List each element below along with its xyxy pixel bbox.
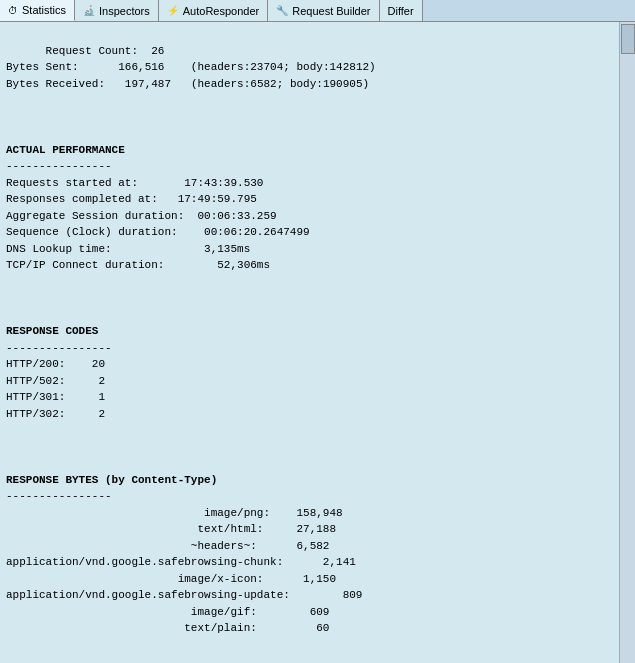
code-302: HTTP/302: 2 bbox=[6, 408, 105, 420]
stats-block: Request Count: 26 Bytes Sent: 166,516 (h… bbox=[6, 26, 613, 125]
tab-bar: ⏱ Statistics 🔬 Inspectors ⚡ AutoResponde… bbox=[0, 0, 635, 22]
code-502: HTTP/502: 2 bbox=[6, 375, 105, 387]
bytes-plain: text/plain: 60 bbox=[6, 622, 329, 634]
tab-inspectors[interactable]: 🔬 Inspectors bbox=[75, 0, 159, 21]
bytes-xicon: image/x-icon: 1,150 bbox=[6, 573, 336, 585]
tab-statistics[interactable]: ⏱ Statistics bbox=[0, 0, 75, 21]
scrollbar[interactable] bbox=[619, 22, 635, 663]
response-codes: RESPONSE CODES ---------------- HTTP/200… bbox=[6, 307, 613, 456]
main-container: Request Count: 26 Bytes Sent: 166,516 (h… bbox=[0, 22, 635, 663]
responses-completed: Responses completed at: 17:49:59.795 bbox=[6, 193, 257, 205]
autoresponder-icon: ⚡ bbox=[167, 5, 179, 16]
code-200: HTTP/200: 20 bbox=[6, 358, 105, 370]
bytes-received-line: Bytes Received: 197,487 (headers:6582; b… bbox=[6, 78, 369, 90]
dns-lookup: DNS Lookup time: 3,135ms bbox=[6, 243, 250, 255]
tcp-connect: TCP/IP Connect duration: 52,306ms bbox=[6, 259, 270, 271]
sequence-duration: Sequence (Clock) duration: 00:06:20.2647… bbox=[6, 226, 310, 238]
tab-request-builder[interactable]: 🔧 Request Builder bbox=[268, 0, 379, 21]
request-count-line: Request Count: 26 bbox=[46, 45, 165, 57]
inspectors-icon: 🔬 bbox=[83, 5, 95, 16]
bytes-chunk: application/vnd.google.safebrowsing-chun… bbox=[6, 556, 356, 568]
bytes-png: image/png: 158,948 bbox=[6, 507, 343, 519]
bytes-html: text/html: 27,188 bbox=[6, 523, 336, 535]
aggregate-duration: Aggregate Session duration: 00:06:33.259 bbox=[6, 210, 277, 222]
actual-performance: ACTUAL PERFORMANCE ---------------- Requ… bbox=[6, 125, 613, 307]
bytes-update: application/vnd.google.safebrowsing-upda… bbox=[6, 589, 362, 601]
tab-differ[interactable]: Differ bbox=[380, 0, 423, 21]
request-builder-icon: 🔧 bbox=[276, 5, 288, 16]
bytes-sent-line: Bytes Sent: 166,516 (headers:23704; body… bbox=[6, 61, 376, 73]
tab-autoresponder[interactable]: ⚡ AutoResponder bbox=[159, 0, 268, 21]
statistics-icon: ⏱ bbox=[8, 5, 18, 16]
code-301: HTTP/301: 1 bbox=[6, 391, 105, 403]
requests-started: Requests started at: 17:43:39.530 bbox=[6, 177, 263, 189]
response-bytes: RESPONSE BYTES (by Content-Type) -------… bbox=[6, 455, 613, 663]
content-area[interactable]: Request Count: 26 Bytes Sent: 166,516 (h… bbox=[0, 22, 619, 663]
bytes-gif: image/gif: 609 bbox=[6, 606, 329, 618]
bytes-headers: ~headers~: 6,582 bbox=[6, 540, 329, 552]
scrollbar-thumb[interactable] bbox=[621, 24, 635, 54]
